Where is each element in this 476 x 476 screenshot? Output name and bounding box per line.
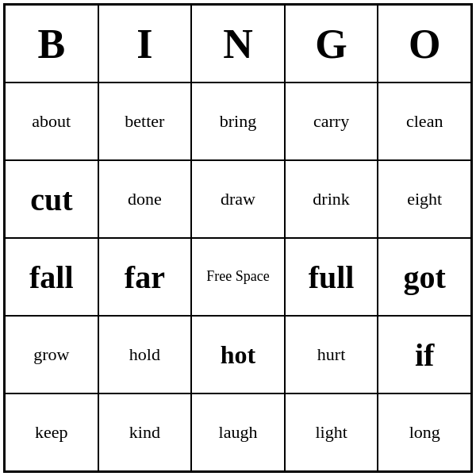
header-cell: B <box>5 5 98 83</box>
word-cell: done <box>98 160 192 238</box>
word-cell: eight <box>378 160 471 238</box>
word-cell: far <box>98 238 192 316</box>
word-cell: full <box>285 238 378 316</box>
word-cell: hot <box>191 316 285 393</box>
word-cell: fall <box>5 238 98 316</box>
word-cell: kind <box>98 393 192 471</box>
word-cell: carry <box>285 83 378 160</box>
word-cell: draw <box>191 160 285 238</box>
word-cell: light <box>285 393 378 471</box>
word-cell: long <box>378 393 471 471</box>
word-cell: about <box>5 83 98 160</box>
header-cell: N <box>191 5 285 83</box>
word-cell: keep <box>5 393 98 471</box>
free-space-cell: Free Space <box>191 238 285 316</box>
word-cell: if <box>378 316 471 393</box>
word-cell: drink <box>285 160 378 238</box>
word-cell: clean <box>378 83 471 160</box>
header-cell: O <box>378 5 471 83</box>
word-cell: cut <box>5 160 98 238</box>
word-cell: hold <box>98 316 192 393</box>
header-cell: I <box>98 5 192 83</box>
bingo-card: BINGOaboutbetterbringcarrycleancutdonedr… <box>3 3 473 473</box>
word-cell: got <box>378 238 471 316</box>
word-cell: hurt <box>285 316 378 393</box>
word-cell: laugh <box>191 393 285 471</box>
word-cell: better <box>98 83 192 160</box>
word-cell: bring <box>191 83 285 160</box>
word-cell: grow <box>5 316 98 393</box>
header-cell: G <box>285 5 378 83</box>
